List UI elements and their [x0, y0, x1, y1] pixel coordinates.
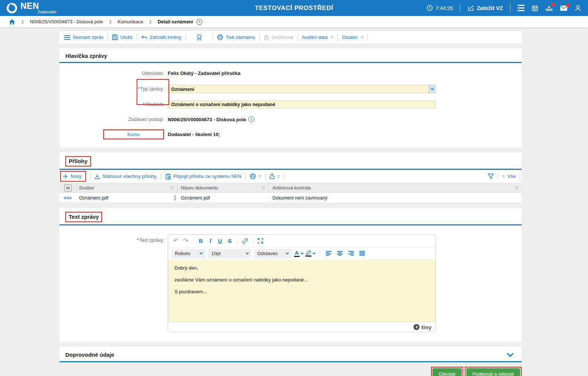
block-format-select[interactable]: Odstavec — [254, 249, 292, 258]
filter-button[interactable] — [488, 174, 494, 179]
create-vz-button[interactable]: Založit VZ — [467, 5, 503, 11]
info-icon[interactable]: i — [248, 116, 254, 122]
breadcrumb-chevron: ❯ — [21, 19, 24, 24]
predmet-input[interactable]: Oznámení o označení nabídky jako nepodan… — [168, 100, 436, 108]
italic-button[interactable]: I — [206, 237, 215, 245]
undo-icon[interactable]: ↶ — [172, 237, 180, 245]
action-buttons-row: Odeslat Podepsat a odeslat — [59, 367, 522, 376]
editor-toolbar-row1: ↶ ↷ B I U S — [168, 235, 435, 247]
attachments-toolbar: Nový Stáhnout všechny přílohy Připojit p… — [59, 170, 522, 183]
zadavaci-postup-label: Zadávací postup: — [59, 117, 168, 122]
font-family-select[interactable]: Roboto — [172, 249, 206, 258]
attachment-doc-name: Oznámení.pdf — [181, 195, 210, 201]
sort-triangle-icon[interactable]: ▽ — [515, 186, 518, 190]
dropdown-triangle-icon: ▽ — [502, 175, 505, 178]
novy-button[interactable]: Nový — [63, 174, 82, 179]
breadcrumb-item-komunikace[interactable]: Komunikace — [118, 19, 143, 24]
inbox-button[interactable] — [545, 5, 553, 11]
share-upload-icon — [270, 174, 275, 179]
nen-logo[interactable]: NEN Zadavatel — [7, 2, 56, 14]
podepsat-a-odeslat-button[interactable]: Podepsat a odeslat — [466, 368, 520, 376]
close-tab-icon[interactable]: × — [196, 19, 202, 25]
align-left-button[interactable] — [324, 249, 333, 258]
column-settings-button[interactable] — [64, 184, 72, 192]
underline-button[interactable]: U — [216, 237, 225, 245]
attachment-file-name[interactable]: Oznámení.pdf — [79, 195, 108, 201]
sort-triangle-icon[interactable]: ▽ — [262, 186, 265, 190]
calendar-button[interactable] — [532, 5, 538, 11]
breadcrumb-item-procedure[interactable]: N006/25/V00004673 - Disková pole — [30, 19, 103, 24]
select-dropdown-button[interactable] — [429, 85, 435, 93]
text-color-button[interactable]: A — [294, 250, 303, 257]
zadavaci-postup-value: N006/25/V00004673 - Disková pole — [168, 117, 246, 122]
section-title: Hlavička zprávy — [65, 53, 107, 59]
annotation-text-zpravy: Text zprávy — [65, 212, 102, 222]
create-vz-label: Založit VZ — [477, 5, 503, 11]
link-button[interactable] — [241, 237, 249, 245]
tiny-logo-icon — [414, 324, 419, 330]
user-profile-button[interactable] — [575, 5, 581, 11]
breadcrumb-chevron: ❯ — [109, 19, 112, 24]
tiny-brand-text[interactable]: tiny — [421, 324, 432, 330]
font-size-select[interactable]: 10pt — [208, 249, 252, 258]
align-center-button[interactable] — [336, 249, 344, 258]
text-zpravy-label: *Text zprávy: — [59, 234, 168, 243]
home-icon[interactable] — [9, 19, 15, 25]
calendar-icon — [532, 5, 538, 11]
list-icon — [64, 35, 70, 40]
fullscreen-icon — [258, 238, 263, 244]
ostatni-menu[interactable]: Ostatní▽ — [342, 34, 363, 40]
editor-content-area[interactable]: Dobrý den, zasíláme Vám oznámení o označ… — [168, 260, 435, 322]
stahnout-vsechny-button[interactable]: Stáhnout všechny přílohy — [95, 174, 157, 179]
certificate-seal-button[interactable] — [190, 34, 209, 41]
discard-undo-icon — [141, 35, 147, 40]
predmet-value: Oznámení o označení nabídky jako nepodan… — [168, 102, 275, 107]
time-text: 7:44:26 — [435, 5, 453, 11]
row-actions-icon[interactable]: ooo — [64, 196, 72, 200]
ulozit-button[interactable]: Uložit — [112, 34, 133, 40]
clock-icon — [427, 5, 433, 11]
print-attachments-button[interactable]: ▽ — [250, 174, 261, 179]
annotation-odeslat: Odeslat — [431, 367, 463, 376]
bold-button[interactable]: B — [196, 237, 205, 245]
expand-chevron-icon[interactable] — [507, 350, 513, 357]
fullscreen-button[interactable] — [256, 237, 265, 245]
predmet-label: *Předmět: — [59, 102, 168, 107]
logo-subtitle: Zadavatel — [37, 10, 56, 14]
seznam-zprav-button[interactable]: Seznam zpráv — [64, 34, 104, 40]
export-attachments-button[interactable]: ▽ — [270, 174, 280, 179]
column-header-antivir[interactable]: Antivirová kontrola — [272, 185, 311, 191]
komu-value: Dodavatel - školení 10; — [168, 132, 220, 137]
sort-triangle-icon[interactable]: ▽ — [171, 186, 174, 190]
vse-filter-select[interactable]: ▽ Vše — [502, 174, 516, 179]
section-title: Přílohy — [69, 158, 88, 164]
komu-button[interactable]: Komu — [104, 130, 163, 139]
align-left-icon — [326, 251, 331, 256]
typ-zpravy-select[interactable]: Oznámení — [168, 85, 436, 93]
column-header-nazev[interactable]: Název dokumentu — [181, 185, 218, 191]
main-menu-button[interactable] — [517, 5, 525, 11]
auditni-data-menu[interactable]: Auditní data▽ — [302, 34, 333, 40]
funnel-icon — [488, 174, 494, 179]
column-header-soubor[interactable]: Soubor — [79, 185, 94, 191]
justify-button[interactable] — [358, 249, 367, 258]
messages-button[interactable] — [560, 5, 568, 11]
align-right-button[interactable] — [347, 249, 356, 258]
zahodit-zmeny-button[interactable]: Zahodit změny — [141, 34, 182, 40]
cell-menu-icon[interactable] — [174, 195, 176, 200]
annotation-novy: Nový — [60, 171, 86, 182]
pripojit-prilohu-button[interactable]: Připojit přílohu ze systému NEN — [165, 174, 242, 179]
dropdown-triangle-icon: ▽ — [361, 36, 363, 39]
download-icon — [95, 174, 100, 179]
tisk-zaznamu-button[interactable]: Tisk záznamu — [217, 34, 255, 40]
server-time: 7:44:26 — [427, 5, 453, 11]
dropdown-triangle-icon: ▽ — [331, 36, 334, 39]
odeslat-button[interactable]: Odeslat — [432, 368, 462, 376]
rich-text-editor: ↶ ↷ B I U S — [168, 234, 436, 332]
redo-icon[interactable]: ↷ — [181, 237, 190, 245]
section-title: Doprovodné údaje — [65, 352, 114, 358]
attachment-row[interactable]: ooo Oznámení.pdf Oznámení.pdf Dokument n… — [59, 193, 522, 203]
highlight-color-button[interactable] — [306, 250, 315, 257]
chevron-down-icon — [431, 87, 434, 90]
strikethrough-button[interactable]: S — [225, 237, 234, 245]
